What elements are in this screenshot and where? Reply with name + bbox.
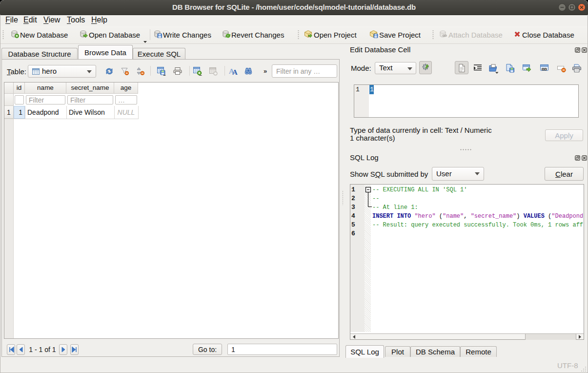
svg-text:A: A [232, 68, 238, 75]
